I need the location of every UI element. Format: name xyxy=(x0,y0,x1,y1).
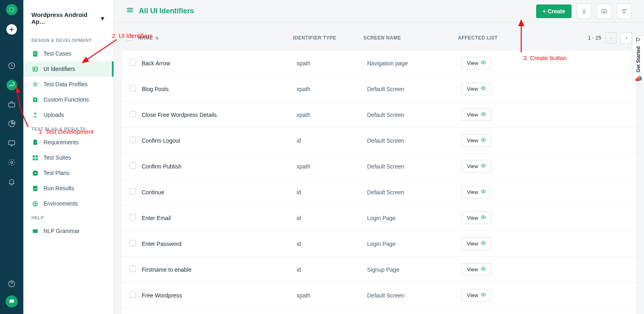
sidebar-item-test-data[interactable]: Test Data Profiles xyxy=(23,77,114,92)
row-name: Confirm Publish xyxy=(142,163,297,170)
table-row[interactable]: Firstname to enableidSignup PageView xyxy=(122,257,636,283)
table-row[interactable]: Enter PasswordidLogin PageView xyxy=(122,231,636,257)
data-icon xyxy=(31,81,39,88)
chat-icon[interactable] xyxy=(6,295,18,308)
add-button[interactable] xyxy=(6,24,17,35)
select-all-checkbox[interactable] xyxy=(126,34,132,41)
view-button[interactable]: View xyxy=(462,160,491,173)
sort-icon[interactable]: ⇅ xyxy=(155,36,159,40)
sidebar-item-test-plans[interactable]: Test Plans xyxy=(23,165,114,181)
svg-rect-14 xyxy=(35,158,37,160)
row-checkbox[interactable] xyxy=(130,214,136,220)
row-screen: Default Screen xyxy=(367,137,462,144)
view-button[interactable]: View xyxy=(462,212,491,224)
row-screen: Navigation page xyxy=(367,60,462,67)
prev-page-button[interactable]: ‹ xyxy=(605,32,617,44)
table-row[interactable]: Close Free Wordpress DetailsxpathDefault… xyxy=(122,102,636,128)
sidebar-label: Run Results xyxy=(43,185,74,191)
row-checkbox[interactable] xyxy=(130,266,136,272)
table-row[interactable]: Back ArrowxpathNavigation pageView xyxy=(122,50,636,76)
get-started-tab[interactable]: 🏳 Get Started 📣 xyxy=(632,35,644,84)
table-row[interactable]: Confirm PublishxpathDefault ScreenView xyxy=(122,154,636,179)
sidebar-item-uploads[interactable]: Uploads xyxy=(23,107,114,123)
col-screen-label: SCREEN NAME xyxy=(363,35,458,41)
sidebar-item-ui-identifiers[interactable]: UI Identifiers xyxy=(23,61,114,77)
row-screen: Default Screen xyxy=(367,112,462,118)
row-name: Enter Email xyxy=(142,215,297,221)
table-row[interactable]: Confirm LogoutidDefault ScreenView xyxy=(122,128,636,154)
briefcase-icon[interactable] xyxy=(6,99,17,110)
id-icon xyxy=(31,65,39,73)
test-development-icon[interactable] xyxy=(6,80,17,90)
eye-icon xyxy=(481,266,486,273)
project-selector[interactable]: Wordpress Android Ap… ▼ xyxy=(23,7,114,34)
col-name-label[interactable]: NAME xyxy=(138,35,153,41)
table-row[interactable]: Blog PostsxpathDefault ScreenView xyxy=(122,76,636,102)
menu-icon[interactable] xyxy=(126,6,134,16)
grid-icon xyxy=(31,154,39,161)
reports-icon[interactable] xyxy=(6,119,17,129)
row-name: Free Wordpress xyxy=(142,292,297,299)
row-checkbox[interactable] xyxy=(130,188,136,195)
row-checkbox[interactable] xyxy=(130,162,136,169)
table-row[interactable]: Login buttonidLoginView xyxy=(122,308,636,314)
view-button[interactable]: View xyxy=(462,237,491,250)
import-button[interactable] xyxy=(576,4,592,19)
svg-point-0 xyxy=(10,8,14,12)
row-screen: Default Screen xyxy=(367,292,462,299)
settings-icon[interactable] xyxy=(6,157,17,168)
filter-button[interactable] xyxy=(617,4,632,19)
help-icon[interactable] xyxy=(6,279,17,289)
view-button[interactable]: View xyxy=(462,83,491,95)
row-checkbox[interactable] xyxy=(130,111,136,117)
row-name: Close Free Wordpress Details xyxy=(142,112,297,118)
flag-icon: 🏳 xyxy=(635,37,642,44)
view-button[interactable]: View xyxy=(462,263,491,276)
eye-icon xyxy=(481,189,486,195)
sidebar-item-environments[interactable]: Environments xyxy=(23,196,114,211)
sidebar-item-test-suites[interactable]: Test Suites xyxy=(23,150,114,165)
sidebar-item-custom-functions[interactable]: Custom Functions xyxy=(23,92,114,107)
dashboard-icon[interactable] xyxy=(6,60,17,71)
row-checkbox[interactable] xyxy=(130,240,136,246)
svg-point-26 xyxy=(483,191,484,192)
next-page-button[interactable]: › xyxy=(621,32,632,44)
row-type: id xyxy=(297,241,367,247)
view-button[interactable]: View xyxy=(462,57,491,69)
sidebar-item-nlp[interactable]: abc NLP Grammar xyxy=(23,223,114,239)
row-checkbox[interactable] xyxy=(130,291,136,298)
view-button[interactable]: View xyxy=(462,134,491,147)
play-icon xyxy=(31,169,39,177)
row-checkbox[interactable] xyxy=(130,85,136,91)
create-button[interactable]: + Create xyxy=(536,4,572,18)
view-button[interactable]: View xyxy=(462,186,491,198)
row-name: Continue xyxy=(142,189,297,195)
bell-icon[interactable] xyxy=(6,177,17,187)
view-button[interactable]: View xyxy=(462,289,491,302)
svg-point-21 xyxy=(483,62,484,63)
row-type: xpath xyxy=(297,60,367,67)
col-affected-label: AFFECTED LIST xyxy=(458,35,567,41)
row-checkbox[interactable] xyxy=(130,137,136,143)
sidebar-item-run-results[interactable]: Run Results xyxy=(23,181,114,196)
eye-icon xyxy=(481,111,486,118)
sidebar-label: Requirements xyxy=(43,139,78,146)
row-name: Enter Password xyxy=(142,241,297,247)
sidebar-item-test-cases[interactable]: Test Cases xyxy=(23,46,114,61)
col-type-label: IDENTIFIER TYPE xyxy=(293,35,363,41)
sidebar-label: UI Identifiers xyxy=(43,66,75,72)
row-checkbox[interactable] xyxy=(130,59,136,66)
table-header: NAME ⇅ IDENTIFIER TYPE SCREEN NAME AFFEC… xyxy=(114,23,644,50)
eye-icon xyxy=(481,240,486,247)
view-button[interactable]: View xyxy=(462,108,491,121)
table-row[interactable]: Free WordpressxpathDefault ScreenView xyxy=(122,283,636,308)
monitor-icon[interactable] xyxy=(6,138,17,148)
table-row[interactable]: ContinueidDefault ScreenView xyxy=(122,179,636,205)
row-type: id xyxy=(297,189,367,195)
app-logo[interactable] xyxy=(6,4,17,15)
export-button[interactable] xyxy=(597,4,612,19)
eye-icon xyxy=(481,163,486,170)
table-row[interactable]: Enter EmailidLogin PageView xyxy=(122,205,636,231)
sidebar-item-requirements[interactable]: Requirements xyxy=(23,135,114,150)
group-plan: TEST PLAN & RESULTS xyxy=(23,123,114,135)
